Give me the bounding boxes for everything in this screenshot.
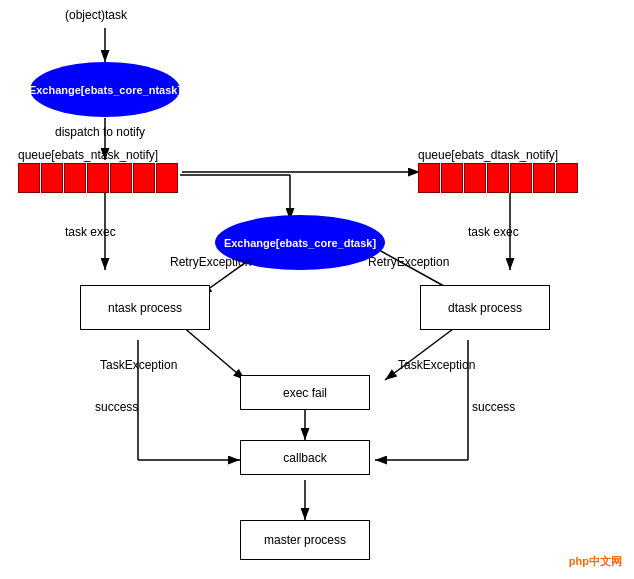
master-process-rect: master process xyxy=(240,520,370,560)
queue-ntask-seg2 xyxy=(41,163,63,193)
success-right-label: success xyxy=(472,400,515,414)
queue-dtask-seg7 xyxy=(556,163,578,193)
watermark: php中文网 xyxy=(565,552,626,571)
queue-ntask-seg6 xyxy=(133,163,155,193)
queue-dtask-seg6 xyxy=(533,163,555,193)
queue-ntask-seg4 xyxy=(87,163,109,193)
dispatch-to-notify-label: dispatch to notify xyxy=(55,125,145,139)
watermark-text: php中文网 xyxy=(569,555,622,567)
exchange-ntask-ellipse: Exchange[ebats_core_ntask] xyxy=(30,62,180,117)
queue-dtask-seg3 xyxy=(464,163,486,193)
queue-dtask-seg1 xyxy=(418,163,440,193)
success-left-label: success xyxy=(95,400,138,414)
queue-ntask-seg5 xyxy=(110,163,132,193)
queue-dtask-label: queue[ebats_dtask_notify] xyxy=(418,148,558,162)
ntask-process-rect: ntask process xyxy=(80,285,210,330)
queue-ntask-label: queue[ebats_ntask_notify] xyxy=(18,148,158,162)
exec-fail-rect: exec fail xyxy=(240,375,370,410)
task-exec-right-label: task exec xyxy=(468,225,519,239)
task-exception-right-label: TaskException xyxy=(398,358,475,372)
retry-exception-right-label: RetryException xyxy=(368,255,449,269)
queue-ntask-seg7 xyxy=(156,163,178,193)
queue-ntask-seg1 xyxy=(18,163,40,193)
dtask-process-rect: dtask process xyxy=(420,285,550,330)
task-exec-left-label: task exec xyxy=(65,225,116,239)
queue-dtask-bar xyxy=(418,163,579,193)
queue-ntask-seg3 xyxy=(64,163,86,193)
callback-rect: callback xyxy=(240,440,370,475)
object-task-label: (object)task xyxy=(65,8,127,22)
task-exception-left-label: TaskException xyxy=(100,358,177,372)
queue-dtask-seg5 xyxy=(510,163,532,193)
queue-dtask-seg2 xyxy=(441,163,463,193)
diagram: (object)task Exchange[ebats_core_ntask] … xyxy=(0,0,634,579)
queue-dtask-seg4 xyxy=(487,163,509,193)
queue-ntask-bar xyxy=(18,163,179,193)
retry-exception-left-label: RetryException xyxy=(170,255,251,269)
